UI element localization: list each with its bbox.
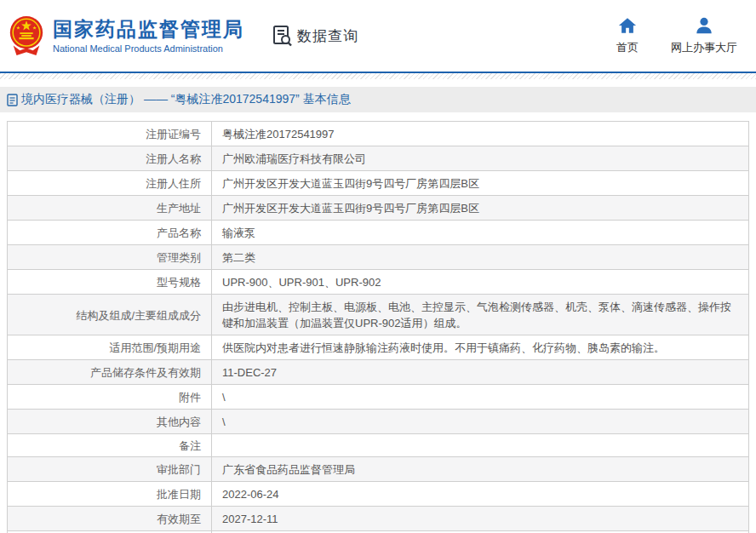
table-row: 型号规格UPR-900、UPR-901、UPR-902: [8, 269, 748, 294]
row-label: 型号规格: [8, 270, 212, 294]
data-query-label: 数据查询: [297, 26, 358, 46]
row-value: \: [212, 385, 748, 409]
header-hatch-strip: [0, 73, 756, 79]
row-label: 结构及组成/主要组成成分: [8, 295, 212, 335]
row-label: 生产地址: [8, 196, 212, 220]
row-value: 第二类: [212, 245, 748, 269]
table-row: 批准日期2022-06-24: [8, 481, 748, 506]
row-label: 批准日期: [8, 482, 212, 506]
row-label: 注册人名称: [8, 146, 212, 170]
breadcrumb: 境内医疗器械（注册） —— “粤械注准20172541997” 基本信息: [0, 87, 756, 112]
row-value: 供医院内对患者进行恒速静脉输注药液时使用。不用于镇痛药、化疗药物、胰岛素的输注。: [212, 335, 748, 359]
home-icon: [618, 16, 637, 35]
row-value: 由步进电机、控制主板、电源板、电池、主控显示、气泡检测传感器、机壳、泵体、滴速传…: [212, 295, 748, 335]
data-query-icon: [272, 25, 294, 47]
row-value: 输液泵: [212, 221, 748, 244]
row-label: 注册人住所: [8, 171, 212, 195]
row-value: \: [212, 410, 748, 433]
agency-title-block: 国家药品监督管理局 National Medical Products Admi…: [53, 18, 244, 54]
row-label: 产品储存条件及有效期: [8, 360, 212, 384]
row-label: 适用范围/预期用途: [8, 335, 212, 359]
row-value: 广东省食品药品监督管理局: [212, 457, 748, 481]
table-row: 审批部门广东省食品药品监督管理局: [8, 456, 748, 481]
nav-home-label: 首页: [616, 40, 639, 55]
row-label: 备注: [8, 434, 212, 456]
row-value: 11-DEC-27: [212, 360, 748, 384]
row-label: 附件: [8, 385, 212, 409]
table-row: 附件\: [8, 384, 748, 409]
nav-service-hall-label: 网上办事大厅: [671, 40, 737, 55]
table-row: 有效期至2027-12-11: [8, 506, 748, 530]
table-row: 注册证编号粤械注准20172541997: [8, 121, 748, 146]
table-row: 结构及组成/主要组成成分由步进电机、控制主板、电源板、电池、主控显示、气泡检测传…: [8, 294, 748, 335]
agency-name-en: National Medical Products Administration: [53, 43, 244, 54]
table-row: 其他内容\: [8, 409, 748, 433]
row-value: 2027-12-11: [212, 507, 748, 530]
row-label: 注册证编号: [8, 122, 212, 146]
table-row: 适用范围/预期用途供医院内对患者进行恒速静脉输注药液时使用。不用于镇痛药、化疗药…: [8, 335, 748, 359]
row-value: 2022-06-24: [212, 482, 748, 506]
row-value: 粤械注准20172541997: [212, 122, 748, 146]
table-row: 生产地址广州开发区开发大道蓝玉四街9号四号厂房第四层B区: [8, 195, 748, 220]
row-value: 广州开发区开发大道蓝玉四街9号四号厂房第四层B区: [212, 196, 748, 220]
row-value: 广州开发区开发大道蓝玉四街9号四号厂房第四层B区: [212, 171, 748, 195]
document-icon: [7, 94, 18, 106]
table-row: 管理类别第二类: [8, 244, 748, 269]
table-row: 产品储存条件及有效期11-DEC-27: [8, 359, 748, 384]
row-label: 其他内容: [8, 410, 212, 433]
data-query-button[interactable]: 数据查询: [272, 25, 358, 47]
national-emblem-logo: [7, 14, 46, 57]
breadcrumb-text: 境内医疗器械（注册） —— “粤械注准20172541997” 基本信息: [21, 92, 351, 107]
agency-name-zh: 国家药品监督管理局: [53, 18, 244, 42]
person-icon: [695, 16, 713, 35]
info-table: 注册证编号粤械注准20172541997注册人名称广州欧浦瑞医疗科技有限公司注册…: [7, 121, 749, 533]
row-label: 审批部门: [8, 457, 212, 481]
table-row: 注册人住所广州开发区开发大道蓝玉四街9号四号厂房第四层B区: [8, 170, 748, 195]
row-label: 有效期至: [8, 507, 212, 530]
row-value: 广州欧浦瑞医疗科技有限公司: [212, 146, 748, 170]
nav-service-hall[interactable]: 网上办事大厅: [671, 16, 737, 55]
header-nav: 首页 网上办事大厅: [616, 16, 737, 55]
table-row: 产品名称输液泵: [8, 220, 748, 244]
row-value: [212, 434, 748, 456]
row-label: 管理类别: [8, 245, 212, 269]
row-label: 产品名称: [8, 221, 212, 244]
table-row: 备注: [8, 433, 748, 456]
table-row: 注册人名称广州欧浦瑞医疗科技有限公司: [8, 146, 748, 170]
row-value: UPR-900、UPR-901、UPR-902: [212, 270, 748, 294]
nav-home[interactable]: 首页: [616, 16, 639, 55]
header: 国家药品监督管理局 National Medical Products Admi…: [0, 0, 756, 72]
